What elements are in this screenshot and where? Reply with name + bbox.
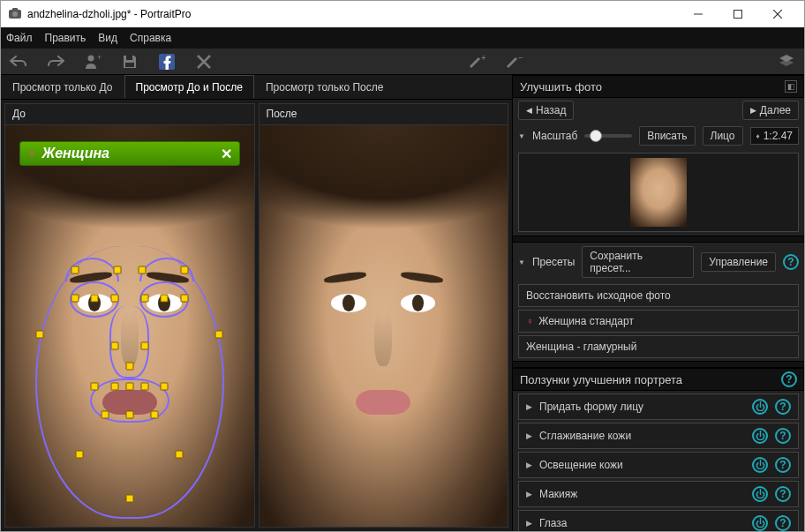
help-icon[interactable]: ? bbox=[783, 254, 799, 270]
control-node[interactable] bbox=[140, 342, 148, 350]
section-label: Сглаживание кожи bbox=[539, 430, 745, 442]
control-node[interactable] bbox=[140, 382, 148, 390]
after-pane: После bbox=[259, 103, 509, 528]
facebook-button[interactable] bbox=[156, 51, 177, 72]
control-node[interactable] bbox=[140, 294, 148, 302]
control-node[interactable] bbox=[113, 266, 121, 273]
control-node[interactable] bbox=[161, 294, 169, 302]
enhance-title: Улучшить фото bbox=[520, 80, 602, 94]
tab-before-only[interactable]: Просмотр только До bbox=[1, 75, 124, 99]
section-skin-smoothing[interactable]: ▶ Сглаживание кожи ⏻ ? bbox=[518, 423, 799, 449]
control-node[interactable] bbox=[125, 410, 133, 418]
next-button[interactable]: ▶Далее bbox=[742, 101, 799, 120]
navigator-thumbnail[interactable] bbox=[518, 153, 799, 232]
zoom-fit-button[interactable]: Вписать bbox=[639, 126, 695, 146]
control-node[interactable] bbox=[215, 330, 223, 338]
help-icon[interactable]: ? bbox=[775, 515, 791, 531]
control-node[interactable] bbox=[180, 266, 188, 273]
undo-button[interactable] bbox=[8, 51, 29, 72]
control-node[interactable] bbox=[71, 266, 79, 273]
tab-after-only[interactable]: Просмотр только После bbox=[254, 75, 395, 99]
brush-remove-button[interactable]: − bbox=[503, 51, 524, 72]
control-node[interactable] bbox=[110, 294, 118, 302]
enhance-header: Улучшить фото ◧ bbox=[513, 75, 804, 98]
cancel-button[interactable] bbox=[193, 51, 214, 72]
before-image[interactable]: ♀ Женщина ✕ bbox=[5, 125, 254, 527]
window-minimize-button[interactable] bbox=[678, 1, 718, 27]
power-toggle[interactable]: ⏻ bbox=[752, 486, 768, 502]
svg-text:+: + bbox=[481, 54, 485, 63]
gender-label: Женщина bbox=[42, 146, 109, 161]
section-makeup[interactable]: ▶ Макияж ⏻ ? bbox=[518, 481, 799, 507]
preset-female-standard[interactable]: ♀ Женщина стандарт bbox=[518, 310, 799, 333]
control-node[interactable] bbox=[110, 342, 118, 350]
zoom-value[interactable]: ♦1:2.47 bbox=[750, 127, 799, 145]
help-icon[interactable]: ? bbox=[775, 399, 791, 415]
control-node[interactable] bbox=[125, 382, 133, 390]
triangle-right-icon: ▶ bbox=[526, 519, 532, 528]
add-person-button[interactable]: + bbox=[82, 51, 103, 72]
section-eyes[interactable]: ▶ Глаза ⏻ ? bbox=[518, 510, 799, 531]
zoom-slider[interactable] bbox=[584, 134, 632, 138]
after-label: После bbox=[260, 104, 508, 125]
triangle-right-icon: ▶ bbox=[750, 106, 756, 115]
control-node[interactable] bbox=[76, 451, 84, 459]
control-node[interactable] bbox=[91, 382, 99, 390]
control-node[interactable] bbox=[101, 410, 109, 418]
help-icon[interactable]: ? bbox=[775, 428, 791, 444]
help-icon[interactable]: ? bbox=[781, 371, 797, 387]
tab-before-after[interactable]: Просмотр До и После bbox=[124, 75, 254, 99]
help-icon[interactable]: ? bbox=[775, 486, 791, 502]
save-preset-button[interactable]: Сохранить пресет... bbox=[582, 246, 694, 278]
menu-help[interactable]: Справка bbox=[130, 32, 171, 44]
gender-tag[interactable]: ♀ Женщина ✕ bbox=[19, 141, 240, 166]
save-button[interactable] bbox=[119, 51, 140, 72]
power-toggle[interactable]: ⏻ bbox=[752, 399, 768, 415]
presets-collapse-icon[interactable]: ▼ bbox=[518, 259, 525, 266]
section-skin-lighting[interactable]: ▶ Освещение кожи ⏻ ? bbox=[518, 452, 799, 478]
zoom-face-button[interactable]: Лицо bbox=[703, 126, 743, 146]
manage-presets-button[interactable]: Управление bbox=[701, 252, 776, 272]
control-node[interactable] bbox=[125, 495, 133, 503]
preset-restore-original[interactable]: Восстановить исходное фото bbox=[518, 284, 799, 307]
back-label: Назад bbox=[536, 104, 566, 116]
female-icon: ♀ bbox=[27, 146, 37, 161]
zoom-slider-thumb[interactable] bbox=[590, 130, 602, 142]
window-title: andzhelina-dzholi.jpg* - PortraitPro bbox=[27, 8, 678, 20]
redo-button[interactable] bbox=[45, 51, 66, 72]
window-close-button[interactable] bbox=[757, 1, 797, 27]
menu-edit[interactable]: Править bbox=[45, 32, 87, 44]
control-node[interactable] bbox=[176, 451, 184, 459]
back-button[interactable]: ◀Назад bbox=[518, 101, 574, 120]
dock-icon[interactable]: ◧ bbox=[785, 80, 797, 93]
section-face-sculpt[interactable]: ▶ Придать форму лицу ⏻ ? bbox=[518, 393, 799, 420]
titlebar: andzhelina-dzholi.jpg* - PortraitPro bbox=[1, 1, 804, 27]
section-label: Освещение кожи bbox=[539, 459, 745, 471]
menu-view[interactable]: Вид bbox=[98, 32, 117, 44]
control-node[interactable] bbox=[180, 294, 188, 302]
brush-add-button[interactable]: + bbox=[466, 51, 487, 72]
layers-button[interactable] bbox=[776, 51, 797, 72]
control-node[interactable] bbox=[150, 410, 158, 418]
control-node[interactable] bbox=[91, 294, 99, 302]
window-maximize-button[interactable] bbox=[718, 1, 757, 27]
control-node[interactable] bbox=[36, 330, 44, 338]
control-node[interactable] bbox=[110, 382, 118, 390]
control-node[interactable] bbox=[161, 382, 169, 390]
after-image[interactable] bbox=[260, 125, 508, 527]
control-node[interactable] bbox=[125, 363, 133, 371]
power-toggle[interactable]: ⏻ bbox=[752, 457, 768, 473]
menu-file[interactable]: Файл bbox=[6, 32, 33, 44]
triangle-right-icon: ▶ bbox=[526, 490, 532, 498]
before-label: До bbox=[5, 104, 254, 125]
zoom-collapse-icon[interactable]: ▼ bbox=[518, 132, 525, 140]
power-toggle[interactable]: ⏻ bbox=[752, 515, 768, 531]
gender-close-button[interactable]: ✕ bbox=[221, 146, 232, 162]
help-icon[interactable]: ? bbox=[775, 457, 791, 473]
control-node[interactable] bbox=[138, 266, 146, 273]
triangle-right-icon: ▶ bbox=[526, 431, 532, 440]
preset-female-glamour[interactable]: Женщина - гламурный bbox=[518, 335, 799, 358]
power-toggle[interactable]: ⏻ bbox=[752, 428, 768, 444]
presets-label: Пресеты bbox=[532, 256, 575, 268]
control-node[interactable] bbox=[71, 294, 79, 302]
